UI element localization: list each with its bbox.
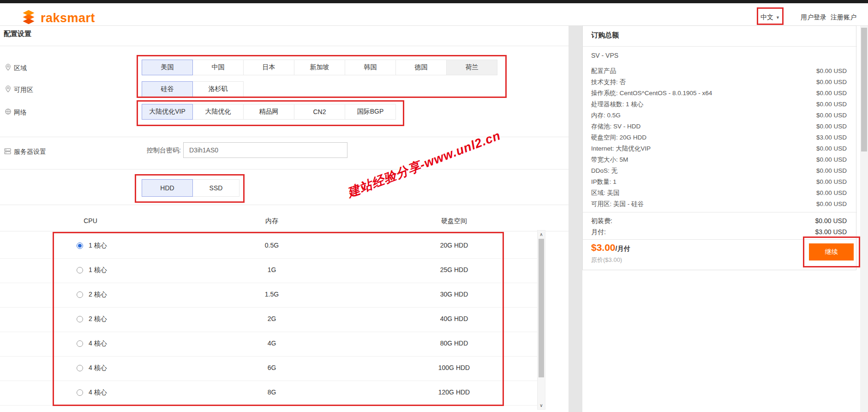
radio-icon[interactable] xyxy=(77,340,83,347)
plan-disk: 40G HDD xyxy=(417,315,491,322)
plan-disk: 30G HDD xyxy=(417,291,491,298)
region-option-kr[interactable]: 韩国 xyxy=(345,60,396,75)
summary-item: 存储池: SV - HDD$0.00 USD xyxy=(591,121,847,132)
server-settings-label: 服务器设置 xyxy=(14,148,46,156)
network-label: 网络 xyxy=(14,109,27,117)
plan-cpu: 2 核心 xyxy=(89,291,107,299)
network-option-cn2[interactable]: CN2 xyxy=(294,104,345,120)
plan-ram: 8G xyxy=(244,388,299,396)
column-header-cpu: CPU xyxy=(67,217,114,224)
plan-ram: 6G xyxy=(244,364,299,371)
plan-row[interactable]: 1 核心 0.5G 20G HDD xyxy=(53,234,504,258)
disk-type-hdd[interactable]: HDD xyxy=(142,179,193,197)
network-option-bgp[interactable]: 国际BGP xyxy=(345,104,396,120)
column-header-ram: 内存 xyxy=(249,217,295,225)
page-title: 配置设置 xyxy=(4,30,31,38)
plan-row[interactable]: 4 核心 8G 120G HDD xyxy=(53,381,504,405)
plan-ram: 4G xyxy=(244,339,299,347)
order-summary-title: 订购总额 xyxy=(591,31,619,40)
region-option-cn[interactable]: 中国 xyxy=(192,60,244,75)
monthly-fee-row: 月付:$3.00 USD xyxy=(591,226,847,237)
divider xyxy=(583,46,857,47)
region-option-nl[interactable]: 荷兰 xyxy=(446,60,497,75)
top-black-strip xyxy=(0,0,868,3)
chevron-down-icon: ▼ xyxy=(776,15,780,20)
raksmart-logo-icon xyxy=(20,9,37,27)
register-link[interactable]: 注册账户 xyxy=(831,13,856,22)
plan-cpu: 4 核心 xyxy=(89,339,107,348)
region-option-jp[interactable]: 日本 xyxy=(243,60,294,75)
console-password-input[interactable] xyxy=(183,142,347,158)
divider xyxy=(0,205,569,205)
divider xyxy=(0,46,569,46)
zone-option-siliconvalley[interactable]: 硅谷 xyxy=(142,81,193,97)
summary-item: IP数量: 1$0.00 USD xyxy=(591,176,847,188)
radio-icon[interactable] xyxy=(77,365,83,371)
table-scrollbar[interactable]: ∧ ∨ xyxy=(537,230,545,410)
summary-item: 区域: 美国$0.00 USD xyxy=(591,188,847,199)
summary-item: 处理器核数: 1 核心$0.00 USD xyxy=(591,99,847,110)
summary-item: 操作系统: CentOS^CentOS - 8.0.1905 - x64$0.0… xyxy=(591,88,847,99)
network-option-mainland[interactable]: 大陆优化 xyxy=(192,104,244,120)
disk-type-ssd[interactable]: SSD xyxy=(192,179,239,197)
radio-icon[interactable] xyxy=(77,291,83,298)
plan-row[interactable]: 4 核心 6G 100G HDD xyxy=(53,356,504,381)
region-option-sg[interactable]: 新加坡 xyxy=(294,60,345,75)
scroll-up-icon[interactable]: ∧ xyxy=(538,232,545,237)
plan-disk: 120G HDD xyxy=(417,388,491,396)
column-header-disk: 硬盘空间 xyxy=(422,217,486,225)
scroll-down-icon[interactable]: ∨ xyxy=(538,403,545,408)
plan-row[interactable]: 1 核心 1G 25G HDD xyxy=(53,258,504,283)
total-price: $3.00/月付 xyxy=(591,242,630,253)
site-header: raksmart 中文▼ 用户登录 注册账户 xyxy=(0,3,868,25)
divider xyxy=(0,169,569,170)
plan-row[interactable]: 4 核心 4G 80G HDD xyxy=(53,332,504,356)
plan-ram: 0.5G xyxy=(244,242,299,249)
console-password-label: 控制台密码: xyxy=(111,146,181,155)
summary-item: 配置产品$0.00 USD xyxy=(591,66,847,77)
continue-button[interactable]: 继续 xyxy=(809,243,854,261)
language-dropdown[interactable]: 中文▼ xyxy=(760,13,780,22)
plan-row[interactable]: 2 核心 2G 40G HDD xyxy=(53,307,504,332)
plan-cpu: 1 核心 xyxy=(89,242,107,250)
summary-item: 技术支持: 否$0.00 USD xyxy=(591,77,847,88)
plan-ram: 2G xyxy=(244,315,299,322)
network-option-premium[interactable]: 精品网 xyxy=(243,104,294,120)
plan-row[interactable]: 2 核心 1.5G 30G HDD xyxy=(53,283,504,307)
page-scrollbar[interactable] xyxy=(860,26,868,412)
panel-gutter xyxy=(569,26,582,412)
plan-disk: 80G HDD xyxy=(417,339,491,347)
summary-item: Internet: 大陆优化VIP$0.00 USD xyxy=(591,143,847,154)
network-option-vip[interactable]: 大陆优化VIP xyxy=(142,104,193,120)
summary-item: DDoS: 无$0.00 USD xyxy=(591,165,847,176)
region-label: 区域 xyxy=(14,64,27,73)
radio-selected-icon[interactable] xyxy=(77,242,83,249)
login-link[interactable]: 用户登录 xyxy=(801,13,826,22)
summary-item: 硬盘空间: 20G HDD$3.00 USD xyxy=(591,132,847,143)
radio-icon[interactable] xyxy=(77,316,83,322)
plan-cpu: 1 核心 xyxy=(89,266,107,274)
radio-icon[interactable] xyxy=(77,267,83,273)
zone-label: 可用区 xyxy=(14,86,33,94)
divider xyxy=(583,239,857,240)
zone-option-losangeles[interactable]: 洛杉矶 xyxy=(192,81,244,97)
disk-type-options: HDD SSD xyxy=(142,179,239,197)
zone-options: 硅谷 洛杉矶 xyxy=(142,81,244,97)
network-globe-icon xyxy=(5,108,12,115)
network-options: 大陆优化VIP 大陆优化 精品网 CN2 国际BGP xyxy=(142,104,396,120)
plan-disk: 20G HDD xyxy=(417,242,491,249)
scrollbar-thumb[interactable] xyxy=(861,28,867,151)
brand-name: raksmart xyxy=(41,11,95,25)
divider xyxy=(0,231,569,231)
region-option-de[interactable]: 德国 xyxy=(395,60,447,75)
scrollbar-thumb[interactable] xyxy=(539,239,544,377)
radio-icon[interactable] xyxy=(77,389,83,396)
summary-item: 可用区: 美国 - 硅谷$0.00 USD xyxy=(591,199,847,210)
watermark-text: 建站经验分享-www.unl2.cn xyxy=(345,126,506,201)
region-option-us[interactable]: 美国 xyxy=(142,60,193,75)
summary-item: 内存: 0.5G$0.00 USD xyxy=(591,110,847,121)
divider xyxy=(0,137,569,137)
server-icon xyxy=(4,147,11,155)
brand-logo[interactable]: raksmart xyxy=(20,9,95,27)
plan-disk: 100G HDD xyxy=(417,364,491,371)
